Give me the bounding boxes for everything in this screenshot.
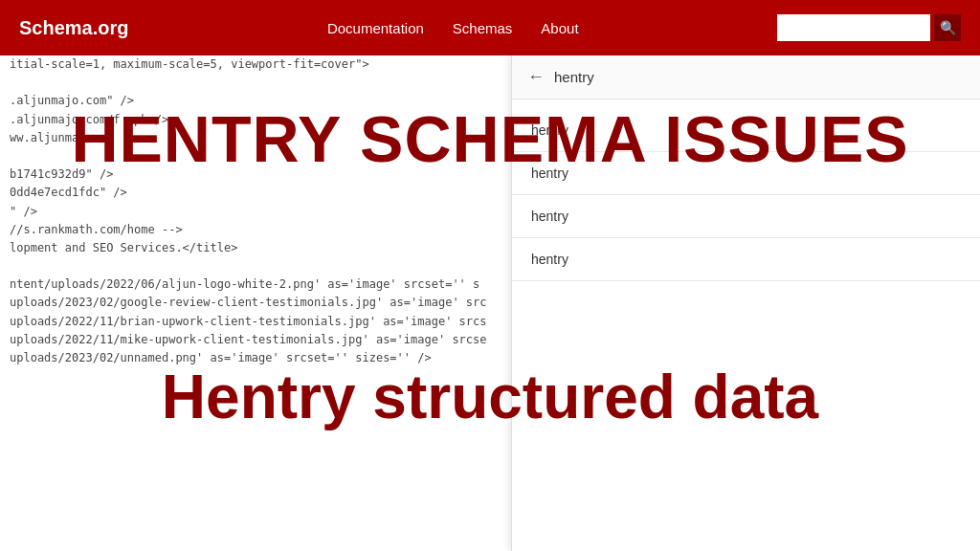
code-line: b1741c932d9" />: [10, 165, 479, 184]
search-area: 🔍: [777, 14, 961, 41]
code-line: uploads/2023/02/google-review-client-tes…: [10, 294, 479, 312]
code-line: [10, 147, 479, 165]
code-line: uploads/2023/02/unnamed.png' as='image' …: [10, 349, 479, 367]
back-button[interactable]: ←: [527, 67, 545, 87]
code-line: //s.rankmath.com/home -->: [10, 221, 479, 239]
code-line: uploads/2022/11/brian-upwork-client-test…: [10, 313, 479, 331]
hentry-list-item[interactable]: hentry: [512, 109, 980, 152]
code-line: " />: [10, 203, 479, 221]
site-logo: Schema.org: [19, 17, 128, 39]
panel-title: hentry: [554, 69, 594, 85]
nav-documentation[interactable]: Documentation: [327, 20, 424, 36]
search-icon: 🔍: [940, 20, 956, 35]
code-line: 0dd4e7ecd1fdc" />: [10, 184, 479, 202]
hentry-list-item[interactable]: hentry: [512, 195, 980, 238]
code-line: [10, 74, 479, 92]
code-line: itial-scale=1, maximum-scale=5, viewport…: [10, 55, 479, 74]
code-line: .aljunmajo.com" />: [10, 92, 479, 110]
hentry-list: hentryhentryhentryhentry: [512, 99, 980, 547]
code-background: itial-scale=1, maximum-scale=5, viewport…: [0, 55, 488, 551]
search-button[interactable]: 🔍: [934, 14, 961, 41]
hentry-list-item[interactable]: hentry: [512, 152, 980, 195]
code-line: ww.aljunmajo.co: [10, 129, 479, 147]
hentry-list-item[interactable]: hentry: [512, 238, 980, 281]
main-content: itial-scale=1, maximum-scale=5, viewport…: [0, 55, 980, 551]
code-line: ntent/uploads/2022/06/aljun-logo-white-2…: [10, 276, 479, 294]
code-line: .aljunmajo.com/f -ph />: [10, 111, 479, 129]
right-panel: ← hentry hentryhentryhentryhentry: [511, 55, 980, 551]
code-line: uploads/2022/11/mike-upwork-client-testi…: [10, 331, 479, 349]
nav-schemas[interactable]: Schemas: [453, 20, 513, 36]
panel-header: ← hentry: [512, 55, 980, 99]
search-input[interactable]: [777, 14, 930, 41]
site-header: Schema.org Documentation Schemas About 🔍: [0, 0, 980, 55]
code-line: lopment and SEO Services.</title>: [10, 239, 479, 257]
nav-about[interactable]: About: [541, 20, 578, 36]
main-nav: Documentation Schemas About: [167, 20, 739, 36]
code-line: [10, 257, 479, 276]
